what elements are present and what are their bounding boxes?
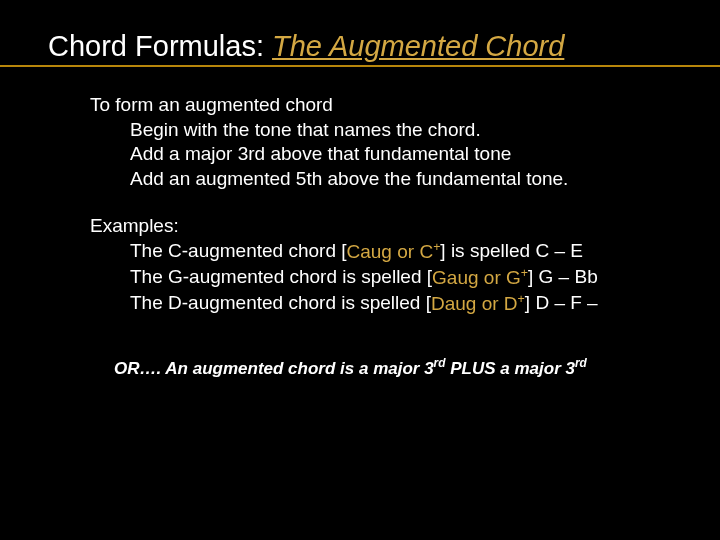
chord-symbol-text: Daug or D xyxy=(431,293,518,314)
intro-step: Begin with the tone that names the chord… xyxy=(90,118,720,143)
slide-title: Chord Formulas: The Augmented Chord xyxy=(0,30,720,67)
ordinal: rd xyxy=(434,356,446,370)
footnote-text: PLUS a major 3 xyxy=(446,359,575,378)
example-text: The D-augmented chord is spelled [ xyxy=(130,293,431,314)
intro-step: Add a major 3rd above that fundamental t… xyxy=(90,142,720,167)
example-line: The G-augmented chord is spelled [Gaug o… xyxy=(90,264,720,290)
chord-symbol-sup: + xyxy=(518,291,525,305)
title-main: The Augmented Chord xyxy=(272,30,564,62)
example-text: The G-augmented chord is spelled [ xyxy=(130,267,432,288)
chord-symbol-sup: + xyxy=(521,265,528,279)
slide-body: To form an augmented chord Begin with th… xyxy=(0,67,720,380)
example-text: ] G – Bb xyxy=(528,267,598,288)
title-prefix: Chord Formulas: xyxy=(48,30,272,62)
chord-symbol-text: Gaug or G xyxy=(432,267,521,288)
chord-symbol: Gaug or G+ xyxy=(432,267,528,288)
example-line: The C-augmented chord [Caug or C+] is sp… xyxy=(90,238,720,264)
examples-block: Examples: The C-augmented chord [Caug or… xyxy=(90,214,720,317)
chord-symbol-text: Caug or C xyxy=(347,241,434,262)
chord-symbol: Daug or D+ xyxy=(431,293,525,314)
example-text: ] is spelled C – E xyxy=(440,241,583,262)
slide: Chord Formulas: The Augmented Chord To f… xyxy=(0,0,720,540)
footnote: OR…. An augmented chord is a major 3rd P… xyxy=(90,356,720,380)
chord-symbol: Caug or C+ xyxy=(347,241,441,262)
footnote-text: OR…. An augmented chord is a major 3 xyxy=(114,359,434,378)
example-text: The C-augmented chord [ xyxy=(130,241,347,262)
examples-heading: Examples: xyxy=(90,214,720,239)
intro-line: To form an augmented chord xyxy=(90,93,720,118)
example-line: The D-augmented chord is spelled [Daug o… xyxy=(90,290,720,316)
example-text: ] D – F – xyxy=(525,293,598,314)
intro-step: Add an augmented 5th above the fundament… xyxy=(90,167,720,192)
intro-block: To form an augmented chord Begin with th… xyxy=(90,93,720,192)
ordinal: rd xyxy=(575,356,587,370)
